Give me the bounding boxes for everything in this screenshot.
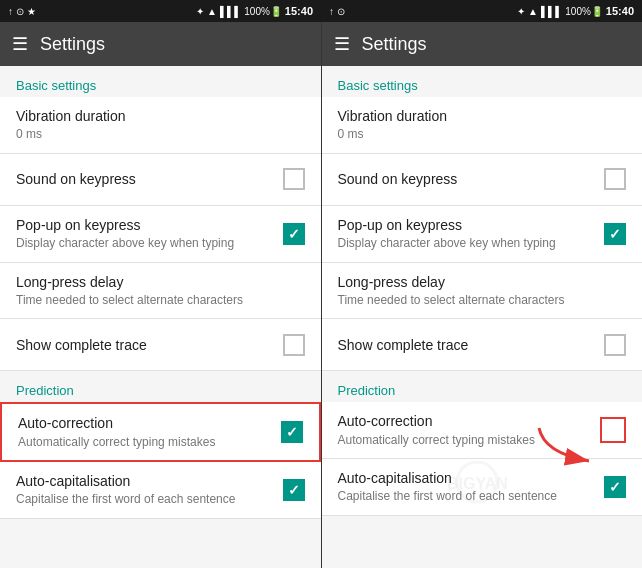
right-trace-text: Show complete trace (338, 336, 605, 354)
left-prediction-header: Prediction (0, 371, 321, 402)
right-wifi-icon: ▲ (528, 6, 538, 17)
right-autocorrection-text: Auto-correction Automatically correct ty… (338, 412, 601, 448)
right-longpress-subtitle: Time needed to select alternate characte… (338, 293, 627, 309)
right-notification-icons: ↑ ⊙ (329, 6, 345, 17)
left-vibration-title: Vibration duration (16, 107, 305, 125)
right-popup-text: Pop-up on keypress Display character abo… (338, 216, 605, 252)
right-signal-bars-icon: ▌▌▌ (541, 6, 562, 17)
left-autocap-text: Auto-capitalisation Capitalise the first… (16, 472, 283, 508)
wifi-icon: ▲ (207, 6, 217, 17)
right-autocap-text: Auto-capitalisation Capitalise the first… (338, 469, 605, 505)
left-trace-title: Show complete trace (16, 336, 283, 354)
left-status-right: ✦ ▲ ▌▌▌ 100%🔋 15:40 (196, 5, 313, 17)
right-trace-checkbox[interactable] (604, 334, 626, 356)
left-autocorrection-text: Auto-correction Automatically correct ty… (18, 414, 281, 450)
left-status-icons: ↑ ⊙ ★ (8, 6, 36, 17)
left-autocorrection-checkbox[interactable] (281, 421, 303, 443)
left-time: 15:40 (285, 5, 313, 17)
notification-icons: ↑ ⊙ ★ (8, 6, 36, 17)
right-autocorrection-item[interactable]: Auto-correction Automatically correct ty… (322, 402, 643, 459)
right-prediction-header: Prediction (322, 371, 643, 402)
left-panel: ☰ Settings Basic settings Vibration dura… (0, 22, 322, 568)
left-settings-content: Basic settings Vibration duration 0 ms S… (0, 66, 321, 568)
right-time: 15:40 (606, 5, 634, 17)
right-longpress-item[interactable]: Long-press delay Time needed to select a… (322, 263, 643, 320)
right-vibration-text: Vibration duration 0 ms (338, 107, 627, 143)
right-autocorrection-checkbox[interactable] (600, 417, 626, 443)
right-popup-item[interactable]: Pop-up on keypress Display character abo… (322, 206, 643, 263)
left-status-bar: ↑ ⊙ ★ ✦ ▲ ▌▌▌ 100%🔋 15:40 (0, 0, 321, 22)
right-sound-item[interactable]: Sound on keypress (322, 154, 643, 206)
left-sound-item[interactable]: Sound on keypress (0, 154, 321, 206)
left-autocap-checkbox[interactable] (283, 479, 305, 501)
left-sound-checkbox[interactable] (283, 168, 305, 190)
left-autocorrection-item[interactable]: Auto-correction Automatically correct ty… (0, 402, 321, 462)
right-status-bar: ↑ ⊙ ✦ ▲ ▌▌▌ 100%🔋 15:40 (321, 0, 642, 22)
left-menu-icon[interactable]: ☰ (12, 33, 28, 55)
right-autocap-checkbox[interactable] (604, 476, 626, 498)
battery-text: 100%🔋 (244, 6, 282, 17)
left-trace-checkbox[interactable] (283, 334, 305, 356)
left-basic-settings-header: Basic settings (0, 66, 321, 97)
right-vibration-title: Vibration duration (338, 107, 627, 125)
right-sound-checkbox[interactable] (604, 168, 626, 190)
right-status-right: ✦ ▲ ▌▌▌ 100%🔋 15:40 (517, 5, 634, 17)
left-autocorrection-title: Auto-correction (18, 414, 281, 432)
left-autocorrection-subtitle: Automatically correct typing mistakes (18, 435, 281, 451)
right-longpress-title: Long-press delay (338, 273, 627, 291)
left-vibration-subtitle: 0 ms (16, 127, 305, 143)
left-longpress-subtitle: Time needed to select alternate characte… (16, 293, 305, 309)
right-battery-text: 100%🔋 (565, 6, 603, 17)
left-sound-title: Sound on keypress (16, 170, 283, 188)
left-autocap-title: Auto-capitalisation (16, 472, 283, 490)
right-panel: ☰ Settings Basic settings Vibration dura… (322, 22, 643, 568)
right-trace-title: Show complete trace (338, 336, 605, 354)
right-basic-settings-header: Basic settings (322, 66, 643, 97)
right-popup-title: Pop-up on keypress (338, 216, 605, 234)
left-sound-text: Sound on keypress (16, 170, 283, 188)
right-autocorrection-subtitle: Automatically correct typing mistakes (338, 433, 601, 449)
left-longpress-item[interactable]: Long-press delay Time needed to select a… (0, 263, 321, 320)
right-settings-content: Basic settings Vibration duration 0 ms S… (322, 66, 643, 568)
left-autocap-item[interactable]: Auto-capitalisation Capitalise the first… (0, 462, 321, 519)
right-vibration-subtitle: 0 ms (338, 127, 627, 143)
right-bluetooth-icon: ✦ (517, 6, 525, 17)
left-popup-text: Pop-up on keypress Display character abo… (16, 216, 283, 252)
right-vibration-item[interactable]: Vibration duration 0 ms (322, 97, 643, 154)
left-popup-checkbox[interactable] (283, 223, 305, 245)
left-longpress-text: Long-press delay Time needed to select a… (16, 273, 305, 309)
right-status-icons: ↑ ⊙ (329, 6, 345, 17)
left-popup-subtitle: Display character above key when typing (16, 236, 283, 252)
right-longpress-text: Long-press delay Time needed to select a… (338, 273, 627, 309)
right-toolbar: ☰ Settings (322, 22, 643, 66)
right-popup-checkbox[interactable] (604, 223, 626, 245)
right-menu-icon[interactable]: ☰ (334, 33, 350, 55)
left-vibration-item[interactable]: Vibration duration 0 ms (0, 97, 321, 154)
right-sound-title: Sound on keypress (338, 170, 605, 188)
left-popup-title: Pop-up on keypress (16, 216, 283, 234)
right-popup-subtitle: Display character above key when typing (338, 236, 605, 252)
left-trace-text: Show complete trace (16, 336, 283, 354)
left-vibration-text: Vibration duration 0 ms (16, 107, 305, 143)
left-toolbar: ☰ Settings (0, 22, 321, 66)
right-autocap-title: Auto-capitalisation (338, 469, 605, 487)
right-autocorrection-title: Auto-correction (338, 412, 601, 430)
signal-bars-icon: ▌▌▌ (220, 6, 241, 17)
left-autocap-subtitle: Capitalise the first word of each senten… (16, 492, 283, 508)
right-autocap-item[interactable]: Auto-capitalisation Capitalise the first… (322, 459, 643, 516)
right-toolbar-title: Settings (362, 34, 427, 55)
left-toolbar-title: Settings (40, 34, 105, 55)
left-popup-item[interactable]: Pop-up on keypress Display character abo… (0, 206, 321, 263)
right-trace-item[interactable]: Show complete trace (322, 319, 643, 371)
right-sound-text: Sound on keypress (338, 170, 605, 188)
left-longpress-title: Long-press delay (16, 273, 305, 291)
right-autocap-subtitle: Capitalise the first word of each senten… (338, 489, 605, 505)
bluetooth-icon: ✦ (196, 6, 204, 17)
left-trace-item[interactable]: Show complete trace (0, 319, 321, 371)
